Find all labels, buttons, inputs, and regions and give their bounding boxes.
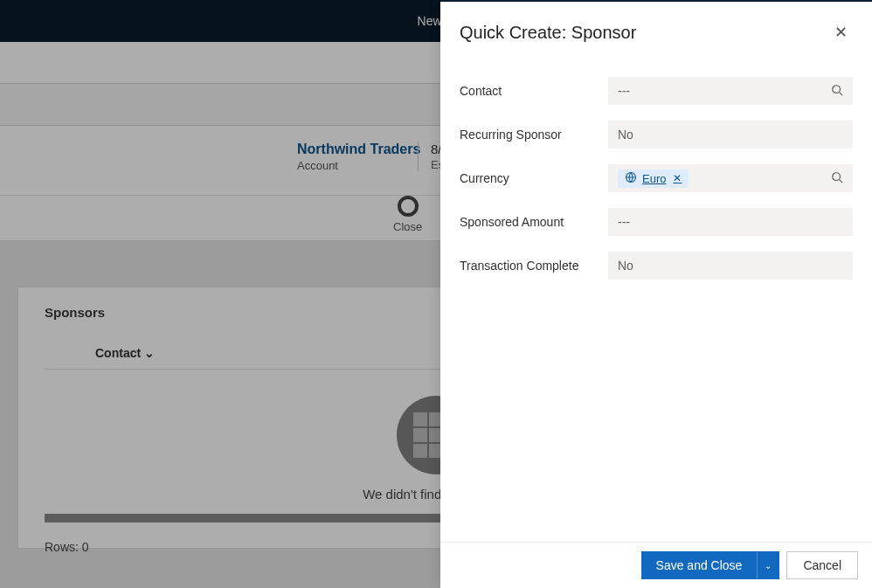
currency-chip-label: Euro (642, 172, 666, 185)
panel-footer: Save and Close ⌄ Cancel (440, 542, 872, 588)
currency-remove-button[interactable]: ✕ (673, 172, 682, 184)
amount-input[interactable]: --- (608, 208, 853, 236)
currency-lookup[interactable]: Euro ✕ (608, 164, 853, 192)
svg-line-4 (840, 179, 843, 183)
quick-create-panel: Quick Create: Sponsor ✕ Contact --- Recu… (440, 0, 872, 588)
contact-label: Contact (460, 84, 608, 98)
transaction-complete-value: No (618, 259, 633, 273)
recurring-label: Recurring Sponsor (460, 128, 608, 142)
chevron-down-icon: ⌄ (765, 561, 772, 571)
recurring-value: No (618, 128, 633, 142)
currency-label: Currency (460, 171, 608, 185)
save-and-close-button[interactable]: Save and Close (641, 551, 758, 579)
close-icon: ✕ (834, 24, 848, 41)
svg-line-1 (840, 92, 843, 95)
currency-icon (625, 171, 637, 186)
svg-point-3 (833, 172, 841, 180)
transaction-complete-select[interactable]: No (608, 252, 853, 280)
amount-value: --- (618, 215, 630, 229)
recurring-select[interactable]: No (608, 121, 853, 149)
cancel-button[interactable]: Cancel (786, 551, 858, 579)
contact-value: --- (618, 84, 630, 98)
contact-lookup[interactable]: --- (608, 77, 853, 105)
save-and-close-split-button[interactable]: ⌄ (757, 551, 779, 579)
transaction-complete-label: Transaction Complete (460, 259, 608, 273)
svg-point-0 (833, 85, 841, 93)
currency-chip[interactable]: Euro ✕ (618, 169, 689, 188)
amount-label: Sponsored Amount (460, 215, 608, 229)
search-icon (831, 171, 843, 186)
search-icon (831, 84, 843, 99)
panel-title: Quick Create: Sponsor (460, 23, 636, 43)
close-button[interactable]: ✕ (829, 19, 853, 45)
